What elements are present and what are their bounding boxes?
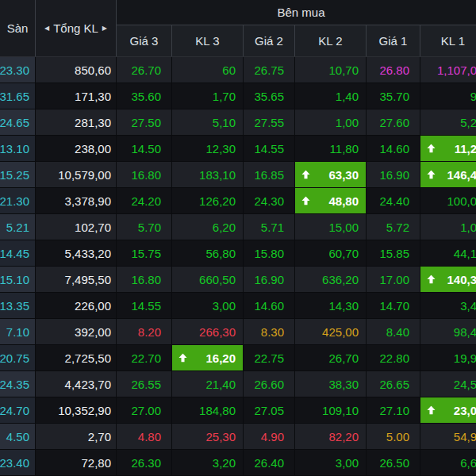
bid-price-2-cell[interactable]: 24.30 [244, 188, 295, 214]
bid-price-2-cell[interactable]: 14.60 [244, 293, 295, 319]
bid-volume-3-cell[interactable]: 56,80 [172, 240, 244, 267]
bid-volume-3-cell[interactable]: 12,30 [172, 136, 244, 162]
bid-price-3-cell[interactable]: 22.70 [117, 345, 172, 371]
bid-price-1-cell[interactable]: 16.90 [367, 162, 420, 188]
bid-volume-3-cell[interactable]: 126,20 [172, 188, 244, 214]
total-volume-cell[interactable]: 10,579,00 [36, 162, 117, 188]
bid-price-1-cell[interactable]: 26.50 [367, 450, 420, 476]
bid-price-3-cell[interactable]: 4.80 [117, 424, 172, 450]
table-row[interactable]: 21.303,378,9024.20126,2024.3048,8024.401… [0, 188, 476, 214]
bid-price-2-cell[interactable]: 4.90 [244, 424, 295, 450]
bid-volume-1-cell[interactable]: 11,2 [420, 136, 476, 162]
bid-volume-1-cell[interactable]: 1,107,0 [420, 57, 476, 83]
table-row[interactable]: 7.10392,008.20266,308.30425,008.4098,4 [0, 319, 476, 345]
bid-price-3-cell[interactable]: 15.75 [117, 240, 172, 267]
bid-price-1-cell[interactable]: 8.40 [367, 319, 420, 345]
bid-volume-1-cell[interactable]: 19,9 [420, 345, 476, 371]
bid-volume-3-cell[interactable]: 266,30 [172, 319, 244, 345]
column-header-floor[interactable]: Sàn [0, 0, 36, 56]
bid-volume-2-cell[interactable]: 109,10 [295, 397, 367, 424]
total-volume-cell[interactable]: 171,30 [36, 83, 117, 109]
total-volume-cell[interactable]: 10,352,90 [36, 397, 117, 424]
floor-price-cell[interactable]: 5.21 [0, 214, 36, 240]
bid-volume-3-cell[interactable]: 21,40 [172, 371, 244, 397]
floor-price-cell[interactable]: 14.45 [0, 240, 36, 267]
total-volume-cell[interactable]: 850,60 [36, 57, 117, 83]
bid-price-3-cell[interactable]: 26.70 [117, 57, 172, 83]
prev-column-arrow-icon[interactable]: ◀ [44, 25, 49, 32]
floor-price-cell[interactable]: 23.40 [0, 450, 36, 476]
bid-price-2-cell[interactable]: 26.60 [244, 371, 295, 397]
bid-volume-2-cell[interactable]: 60,70 [295, 240, 367, 267]
bid-volume-2-cell[interactable]: 14,30 [295, 293, 367, 319]
table-row[interactable]: 20.752,725,5022.7016,2022.7526,7022.8019… [0, 345, 476, 371]
column-header-total-volume[interactable]: ◀ Tổng KL ▶ [36, 0, 117, 56]
bid-price-2-cell[interactable]: 16.85 [244, 162, 295, 188]
bid-volume-3-cell[interactable]: 660,50 [172, 267, 244, 293]
bid-volume-3-cell[interactable]: 25,30 [172, 424, 244, 450]
bid-price-2-cell[interactable]: 26.75 [244, 57, 295, 83]
bid-volume-1-cell[interactable]: 54,9 [420, 424, 476, 450]
bid-volume-3-cell[interactable]: 1,70 [172, 83, 244, 109]
bid-price-3-cell[interactable]: 16.80 [117, 267, 172, 293]
bid-price-3-cell[interactable]: 35.60 [117, 83, 172, 109]
bid-price-2-cell[interactable]: 35.65 [244, 83, 295, 109]
bid-volume-2-cell[interactable]: 636,20 [295, 267, 367, 293]
bid-volume-3-cell[interactable]: 60 [172, 57, 244, 83]
bid-price-2-cell[interactable]: 22.75 [244, 345, 295, 371]
bid-price-1-cell[interactable]: 17.00 [367, 267, 420, 293]
table-row[interactable]: 23.30850,6026.706026.7510,7026.801,107,0 [0, 57, 476, 83]
table-row[interactable]: 5.21102,705.706,205.7115,005.721,0 [0, 214, 476, 240]
total-volume-cell[interactable]: 3,378,90 [36, 188, 117, 214]
bid-price-1-cell[interactable]: 14.60 [367, 136, 420, 162]
table-row[interactable]: 13.35226,0014.553,0014.6014,3014.703,4 [0, 293, 476, 319]
table-row[interactable]: 24.65281,3027.505,1027.551,0027.605,2 [0, 109, 476, 136]
bid-price-1-cell[interactable]: 26.65 [367, 371, 420, 397]
bid-price-1-cell[interactable]: 26.80 [367, 57, 420, 83]
bid-price-3-cell[interactable]: 24.20 [117, 188, 172, 214]
bid-price-1-cell[interactable]: 27.10 [367, 397, 420, 424]
floor-price-cell[interactable]: 24.65 [0, 109, 36, 136]
bid-volume-1-cell[interactable]: 44,1 [420, 240, 476, 267]
floor-price-cell[interactable]: 24.35 [0, 371, 36, 397]
bid-volume-3-cell[interactable]: 3,20 [172, 450, 244, 476]
bid-volume-1-cell[interactable]: 1,0 [420, 214, 476, 240]
bid-price-1-cell[interactable]: 35.70 [367, 83, 420, 109]
next-column-arrow-icon[interactable]: ▶ [102, 25, 107, 32]
table-row[interactable]: 24.7010,352,9027.00184,8027.05109,1027.1… [0, 397, 476, 424]
bid-price-1-cell[interactable]: 14.70 [367, 293, 420, 319]
floor-price-cell[interactable]: 20.75 [0, 345, 36, 371]
bid-volume-1-cell[interactable]: 3,4 [420, 293, 476, 319]
total-volume-cell[interactable]: 7,495,50 [36, 267, 117, 293]
bid-price-2-cell[interactable]: 14.55 [244, 136, 295, 162]
bid-price-3-cell[interactable]: 14.50 [117, 136, 172, 162]
floor-price-cell[interactable]: 15.10 [0, 267, 36, 293]
bid-price-2-cell[interactable]: 15.80 [244, 240, 295, 267]
bid-volume-1-cell[interactable]: 9 [420, 83, 476, 109]
bid-price-2-cell[interactable]: 16.90 [244, 267, 295, 293]
bid-price-1-cell[interactable]: 15.85 [367, 240, 420, 267]
floor-price-cell[interactable]: 7.10 [0, 319, 36, 345]
bid-volume-2-cell[interactable]: 11,80 [295, 136, 367, 162]
bid-volume-3-cell[interactable]: 184,80 [172, 397, 244, 424]
total-volume-cell[interactable]: 5,433,20 [36, 240, 117, 267]
total-volume-cell[interactable]: 392,00 [36, 319, 117, 345]
total-volume-cell[interactable]: 4,423,70 [36, 371, 117, 397]
floor-price-cell[interactable]: 13.10 [0, 136, 36, 162]
bid-volume-3-cell[interactable]: 3,00 [172, 293, 244, 319]
table-row[interactable]: 15.107,495,5016.80660,5016.90636,2017.00… [0, 267, 476, 293]
bid-volume-2-cell[interactable]: 63,30 [295, 162, 367, 188]
floor-price-cell[interactable]: 21.30 [0, 188, 36, 214]
table-row[interactable]: 31.65171,3035.601,7035.651,4035.709 [0, 83, 476, 109]
bid-volume-2-cell[interactable]: 3,00 [295, 450, 367, 476]
bid-price-3-cell[interactable]: 26.55 [117, 371, 172, 397]
bid-price-2-cell[interactable]: 8.30 [244, 319, 295, 345]
bid-volume-2-cell[interactable]: 38,30 [295, 371, 367, 397]
floor-price-cell[interactable]: 15.25 [0, 162, 36, 188]
bid-volume-3-cell[interactable]: 6,20 [172, 214, 244, 240]
bid-volume-3-cell[interactable]: 183,10 [172, 162, 244, 188]
bid-volume-2-cell[interactable]: 1,00 [295, 109, 367, 136]
total-volume-cell[interactable]: 281,30 [36, 109, 117, 136]
total-volume-cell[interactable]: 226,00 [36, 293, 117, 319]
bid-volume-1-cell[interactable]: 100,0 [420, 188, 476, 214]
